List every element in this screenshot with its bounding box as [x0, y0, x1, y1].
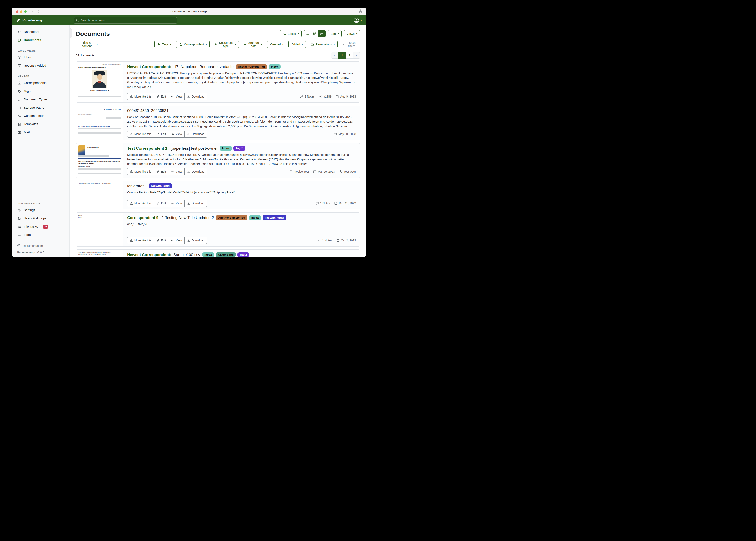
document-card[interactable]: one,1.0 five,5.0 Correspondent 9: 1 Test… — [76, 212, 360, 247]
document-card[interactable]: HISTORIA - PRACA DLA CHĘTNYCHFrancja pod… — [76, 61, 360, 103]
page-next-button[interactable]: » — [353, 52, 360, 59]
doc-thumbnail[interactable]: HISTORIA - PRACA DLA CHĘTNYCHFrancja pod… — [76, 62, 123, 103]
back-icon[interactable] — [31, 10, 34, 13]
doc-title[interactable]: tablerates2 — [127, 184, 146, 188]
detail-view-button[interactable] — [318, 30, 326, 37]
sidebar-item-correspondents[interactable]: Correspondents — [12, 79, 69, 87]
tag-tag-2[interactable]: Tag 2 — [237, 253, 249, 257]
doc-title[interactable]: H7_Napoleon_Bonaparte_zadanie — [173, 65, 234, 69]
doc-correspondent[interactable]: Correspondent 9: — [127, 216, 160, 220]
page-1-button[interactable]: 1 — [338, 52, 346, 59]
tag-another-sample-tag[interactable]: Another Sample Tag — [216, 215, 247, 220]
filter-added-button[interactable]: Added▾ — [288, 41, 306, 48]
tag-inbox[interactable]: Inbox — [269, 64, 281, 69]
sidebar-item-templates[interactable]: Templates — [12, 120, 69, 128]
grid-view-button[interactable] — [311, 30, 318, 37]
doc-title[interactable]: 1 Testing New Title Updated 2 — [162, 216, 214, 220]
more-like-this-button[interactable]: More like this — [127, 237, 154, 244]
view-button[interactable]: View — [169, 237, 185, 244]
doc-title[interactable]: 0004814539_20230531 — [127, 109, 169, 113]
filter-tags-button[interactable]: Tags▾ — [154, 41, 174, 48]
download-button[interactable]: Download — [184, 93, 207, 100]
download-button[interactable]: Download — [184, 200, 207, 207]
view-button[interactable]: View — [169, 131, 185, 138]
tag-sample-tag[interactable]: Sample Tag — [216, 253, 236, 257]
sidebar-item-file-tasks[interactable]: File Tasks16 — [12, 223, 69, 231]
doc-thumbnail[interactable]: ✻ BANK OF SCOTLANDBank of Scotland · 108… — [76, 106, 123, 140]
search-input[interactable] — [81, 19, 175, 22]
filter-document-type-button[interactable]: Document type▾ — [212, 41, 239, 48]
sidebar-item-logs[interactable]: Logs — [12, 231, 69, 239]
tag-inbox[interactable]: Inbox — [202, 253, 214, 257]
edit-button[interactable]: Edit — [154, 168, 169, 175]
sidebar-item-inbox[interactable]: Inbox — [12, 53, 69, 61]
sidebar-item-dashboard[interactable]: Dashboard — [12, 28, 69, 36]
document-card[interactable]: Country,Region/State,"Zip/Postal Code","… — [76, 181, 360, 210]
zoom-button[interactable] — [24, 10, 27, 13]
close-button[interactable] — [16, 10, 18, 13]
more-like-this-button[interactable]: More like this — [127, 131, 154, 138]
sort-button[interactable]: Sort▾ — [328, 30, 342, 37]
tag-tagwithpartial[interactable]: TagWithPartial — [263, 215, 286, 220]
tag-inbox[interactable]: Inbox — [220, 146, 232, 151]
sidebar-item-recently-added[interactable]: Recently Added — [12, 61, 69, 70]
reset-filters-button[interactable]: Reset filters — [340, 41, 360, 48]
more-like-this-button[interactable]: More like this — [127, 200, 154, 207]
tag-another-sample-tag[interactable]: Another Sample Tag — [236, 64, 267, 69]
page-2-button[interactable]: 2 — [346, 52, 353, 59]
search-box[interactable] — [74, 17, 177, 24]
tag-tagwithpartial[interactable]: TagWithPartial — [149, 184, 172, 188]
documentation-link[interactable]: Documentation — [12, 243, 69, 249]
doc-thumbnail[interactable]: Serial Number,Company Name,Employee Mark… — [76, 250, 123, 257]
page-prev-button[interactable]: « — [331, 52, 339, 59]
filter-created-button[interactable]: Created▾ — [267, 41, 286, 48]
app-logo[interactable]: Paperless-ngx — [16, 18, 44, 23]
doc-correspondent[interactable]: Test Correspondent 1: — [127, 146, 169, 151]
sidebar-item-mail[interactable]: Mail — [12, 128, 69, 137]
doc-correspondent[interactable]: Newest Correspondent: — [127, 65, 171, 69]
edit-button[interactable]: Edit — [154, 237, 169, 244]
title-content-filter-input[interactable] — [100, 41, 147, 48]
minimize-button[interactable] — [20, 10, 22, 13]
document-card[interactable]: Serial Number,Company Name,Employee Mark… — [76, 250, 360, 257]
sidebar-item-custom-fields[interactable]: Custom Fields — [12, 112, 69, 120]
doc-thumbnail[interactable]: Medical TeacherHas the new Kirkpatrick g… — [76, 143, 123, 178]
forward-icon[interactable] — [37, 10, 40, 13]
view-button[interactable]: View — [169, 168, 185, 175]
edit-button[interactable]: Edit — [154, 200, 169, 207]
doc-title[interactable]: [paperless] test post-owner — [171, 146, 218, 151]
download-button[interactable]: Download — [184, 237, 207, 244]
sidebar-item-users-groups[interactable]: Users & Groups — [12, 214, 69, 223]
doc-correspondent[interactable]: Newest Correspondent: — [127, 253, 171, 257]
user-menu[interactable]: ▾ — [354, 18, 362, 23]
filter-correspondent-button[interactable]: Correspondent▾ — [176, 41, 209, 48]
more-like-this-button[interactable]: More like this — [127, 93, 154, 100]
edit-button[interactable]: Edit — [154, 93, 169, 100]
tag-inbox[interactable]: Inbox — [249, 215, 261, 220]
sidebar-item-settings[interactable]: Settings — [12, 206, 69, 214]
document-card[interactable]: ✻ BANK OF SCOTLANDBank of Scotland · 108… — [76, 106, 360, 140]
filter-permissions-button[interactable]: Permissions▾ — [308, 41, 338, 48]
edit-button[interactable]: Edit — [154, 131, 169, 138]
doc-thumbnail[interactable]: Country,Region/State,"Zip/Postal Code","… — [76, 181, 123, 209]
tag-tag-2[interactable]: Tag 2 — [233, 146, 245, 151]
views-button[interactable]: Views▾ — [344, 30, 360, 37]
doc-thumbnail[interactable]: one,1.0 five,5.0 — [76, 213, 123, 247]
download-button[interactable]: Download — [184, 168, 207, 175]
filter-storage-path-button[interactable]: Storage path▾ — [241, 41, 265, 48]
document-card[interactable]: Medical TeacherHas the new Kirkpatrick g… — [76, 143, 360, 178]
view-button[interactable]: View — [169, 200, 185, 207]
doc-title[interactable]: Sample100.csv — [173, 253, 200, 257]
select-button[interactable]: Select▾ — [280, 30, 302, 37]
download-button[interactable]: Download — [184, 131, 207, 138]
list-view-button[interactable] — [304, 30, 311, 37]
share-icon[interactable] — [359, 9, 363, 13]
sidebar-item-documents[interactable]: Documents — [12, 36, 69, 44]
sidebar-item-tags[interactable]: Tags — [12, 87, 69, 95]
more-like-this-button[interactable]: More like this — [127, 168, 154, 175]
title-content-filter-button[interactable]: Title & content▾ — [76, 41, 100, 48]
view-button[interactable]: View — [169, 93, 185, 100]
sidebar-collapse-button[interactable]: « — [70, 28, 72, 38]
sidebar-item-document-types[interactable]: Document Types — [12, 95, 69, 104]
sidebar-item-storage-paths[interactable]: Storage Paths — [12, 104, 69, 112]
